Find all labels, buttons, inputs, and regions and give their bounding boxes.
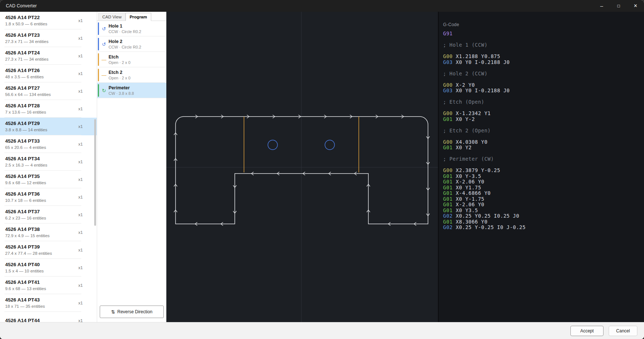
part-list-item[interactable]: 4526 A14 PT2648 x 3.5 — 6 entitiesx1 bbox=[0, 65, 97, 82]
part-dimensions: 56.6 x 64 — 134 entities bbox=[5, 92, 78, 97]
part-info: 4526 A14 PT287 x 13.6 — 16 entities bbox=[5, 103, 78, 115]
gcode-line: G91 bbox=[443, 31, 644, 37]
part-list-item[interactable]: 4526 A14 PT4318 x 71 — 35 entitiesx1 bbox=[0, 294, 97, 312]
operation-detail: Open · 2 x 0 bbox=[109, 75, 130, 81]
part-list-item[interactable]: 4526 A14 PT3610.7 x 18 — 6 entitiesx1 bbox=[0, 188, 97, 206]
gcode-line: G01 X-2.06 Y0 bbox=[443, 202, 644, 208]
line-icon: — bbox=[100, 72, 107, 78]
gcode-line: G01 X0 Y1.75 bbox=[443, 185, 644, 191]
part-list-item[interactable]: 4526 A14 PT3365 x 20.6 — 4 entitiesx1 bbox=[0, 135, 97, 153]
gcode-line: ; Etch (Open) bbox=[443, 99, 644, 105]
cancel-button[interactable]: Cancel bbox=[609, 326, 637, 336]
part-list-item[interactable]: 4526 A14 PT2427.3 x 71 — 34 entitiesx1 bbox=[0, 47, 97, 65]
part-name: 4526 A14 PT28 bbox=[5, 103, 78, 109]
part-list-item[interactable]: 4526 A14 PT293.8 x 8.8 — 14 entitiesx1 bbox=[0, 118, 97, 135]
part-name: 4526 A14 PT29 bbox=[5, 120, 78, 127]
hole-circle bbox=[325, 140, 335, 150]
gcode-line bbox=[443, 65, 644, 71]
part-info: 4526 A14 PT3872.9 x 4.9 — 15 entities bbox=[5, 226, 78, 238]
scrollbar-thumb[interactable] bbox=[94, 119, 96, 226]
part-list-item[interactable]: 4526 A14 PT401.5 x 4 — 10 entitiesx1 bbox=[0, 259, 97, 276]
part-name: 4526 A14 PT24 bbox=[5, 50, 78, 56]
parts-sidebar: 4526 A14 PT221.8 x 50.9 — 6 entitiesx145… bbox=[0, 12, 97, 322]
part-list-item[interactable]: 4526 A14 PT287 x 13.6 — 16 entitiesx1 bbox=[0, 100, 97, 118]
accept-button[interactable]: Accept bbox=[570, 326, 604, 336]
part-list-item[interactable]: 4526 A14 PT359.6 x 68 — 12 entitiesx1 bbox=[0, 171, 97, 188]
operation-item-etch[interactable]: —EtchOpen · 2 x 0 bbox=[97, 52, 166, 67]
part-info: 4526 A14 PT2327.3 x 71 — 34 entities bbox=[5, 32, 78, 44]
part-quantity: x1 bbox=[78, 89, 92, 93]
part-name: 4526 A14 PT39 bbox=[5, 244, 78, 250]
part-name: 4526 A14 PT44 bbox=[5, 317, 78, 322]
gcode-line bbox=[443, 76, 644, 82]
part-info: 4526 A14 PT4318 x 71 — 35 entities bbox=[5, 297, 78, 309]
part-name: 4526 A14 PT27 bbox=[5, 85, 78, 92]
part-quantity: x1 bbox=[78, 230, 92, 235]
part-dimensions: 1.5 x 4 — 10 entities bbox=[5, 268, 78, 274]
part-name: 4526 A14 PT43 bbox=[5, 297, 78, 303]
part-quantity: x1 bbox=[78, 124, 92, 129]
gcode-text: G91 ; Hole 1 (CCW) G00 X1.2188 Y0.875G03… bbox=[443, 31, 644, 231]
gcode-title: G-Code bbox=[443, 22, 644, 27]
part-list-item[interactable]: 4526 A14 PT419.6 x 68 — 13 entitiesx1 bbox=[0, 276, 97, 294]
part-dimensions: 48 x 3.5 — 6 entities bbox=[5, 74, 78, 80]
part-info: 4526 A14 PT342.5 x 16.3 — 4 entities bbox=[5, 156, 78, 168]
operation-item-etch-2[interactable]: —Etch 2Open · 2 x 0 bbox=[97, 67, 166, 83]
part-info: 4526 A14 PT2648 x 3.5 — 6 entities bbox=[5, 67, 78, 79]
bottom-bar: Accept Cancel bbox=[0, 322, 644, 339]
part-list-item[interactable]: 4526 A14 PT44x1 bbox=[0, 312, 97, 322]
gcode-line: G02 X0.25 Y0.25 I0.25 J0 bbox=[443, 213, 644, 219]
part-list-item[interactable]: 4526 A14 PT342.5 x 16.3 — 4 entitiesx1 bbox=[0, 153, 97, 171]
gcode-line: G01 X0 Y-3.5 bbox=[443, 174, 644, 179]
operation-detail: Open · 2 x 0 bbox=[109, 60, 130, 65]
operation-item-perimeter[interactable]: ↻PerimeterCW · 3.8 x 8.8 bbox=[97, 83, 166, 98]
part-quantity: x1 bbox=[78, 265, 92, 270]
cad-canvas[interactable] bbox=[166, 12, 438, 322]
part-list-item[interactable]: 4526 A14 PT3927.4 x 77.4 — 28 entitiesx1 bbox=[0, 241, 97, 259]
main-content: 4526 A14 PT221.8 x 50.9 — 6 entitiesx145… bbox=[0, 12, 644, 322]
gcode-line: G03 X0 Y0 I-0.2188 J0 bbox=[443, 60, 644, 65]
operation-item-hole-2[interactable]: ↺Hole 2CCW · Circle R0.2 bbox=[97, 36, 166, 52]
operation-name: Perimeter bbox=[109, 85, 134, 91]
sidebar-scrollbar[interactable] bbox=[94, 12, 96, 322]
part-info: 4526 A14 PT2427.3 x 71 — 34 entities bbox=[5, 50, 78, 62]
operation-color-bar bbox=[98, 69, 99, 81]
tab-program[interactable]: Program bbox=[125, 13, 151, 21]
ccw-rotation-icon: ↺ bbox=[100, 42, 107, 47]
part-quantity: x1 bbox=[78, 142, 92, 146]
maximize-button[interactable]: □ bbox=[610, 0, 627, 12]
part-info: 4526 A14 PT221.8 x 50.9 — 6 entities bbox=[5, 14, 78, 26]
part-info: 4526 A14 PT359.6 x 68 — 12 entities bbox=[5, 173, 78, 185]
cad-converter-window: CAD Converter – □ × 4526 A14 PT221.8 x 5… bbox=[0, 0, 644, 339]
part-list-item[interactable]: 4526 A14 PT2327.3 x 71 — 34 entitiesx1 bbox=[0, 29, 97, 47]
gcode-line: ; Etch 2 (Open) bbox=[443, 128, 644, 134]
operation-info: EtchOpen · 2 x 0 bbox=[109, 54, 130, 65]
part-name: 4526 A14 PT23 bbox=[5, 32, 78, 39]
gcode-line: G02 X0.25 Y-0.25 I0 J-0.25 bbox=[443, 225, 644, 231]
part-name: 4526 A14 PT38 bbox=[5, 226, 78, 233]
part-name: 4526 A14 PT37 bbox=[5, 208, 78, 215]
part-list-item[interactable]: 4526 A14 PT221.8 x 50.9 — 6 entitiesx1 bbox=[0, 12, 97, 29]
reverse-direction-button[interactable]: ⇅ Reverse Direction bbox=[100, 306, 164, 318]
window-controls: – □ × bbox=[593, 0, 644, 12]
part-list-item[interactable]: 4526 A14 PT376.2 x 23 — 16 entitiesx1 bbox=[0, 206, 97, 224]
gcode-line: G01 X0 Y2 bbox=[443, 145, 644, 151]
gcode-line: G01 X0 Y-1.75 bbox=[443, 196, 644, 202]
part-dimensions: 18 x 71 — 35 entities bbox=[5, 304, 78, 309]
part-name: 4526 A14 PT35 bbox=[5, 173, 78, 180]
part-dimensions: 72.9 x 4.9 — 15 entities bbox=[5, 233, 78, 239]
gcode-line: G03 X0 Y0 I-0.2188 J0 bbox=[443, 88, 644, 94]
part-quantity: x1 bbox=[78, 248, 92, 252]
operation-item-hole-1[interactable]: ↺Hole 1CCW · Circle R0.2 bbox=[97, 21, 166, 36]
part-info: 4526 A14 PT419.6 x 68 — 13 entities bbox=[5, 279, 78, 291]
ccw-rotation-icon: ↺ bbox=[100, 26, 107, 32]
part-quantity: x1 bbox=[78, 318, 92, 322]
part-list-item[interactable]: 4526 A14 PT2756.6 x 64 — 134 entitiesx1 bbox=[0, 82, 97, 100]
part-list-item[interactable]: 4526 A14 PT3872.9 x 4.9 — 15 entitiesx1 bbox=[0, 224, 97, 241]
minimize-button[interactable]: – bbox=[593, 0, 610, 12]
part-quantity: x1 bbox=[78, 36, 92, 40]
window-title: CAD Converter bbox=[0, 3, 37, 8]
gcode-line bbox=[443, 105, 644, 111]
close-button[interactable]: × bbox=[627, 0, 644, 12]
tab-cad-view[interactable]: CAD View bbox=[98, 13, 125, 21]
